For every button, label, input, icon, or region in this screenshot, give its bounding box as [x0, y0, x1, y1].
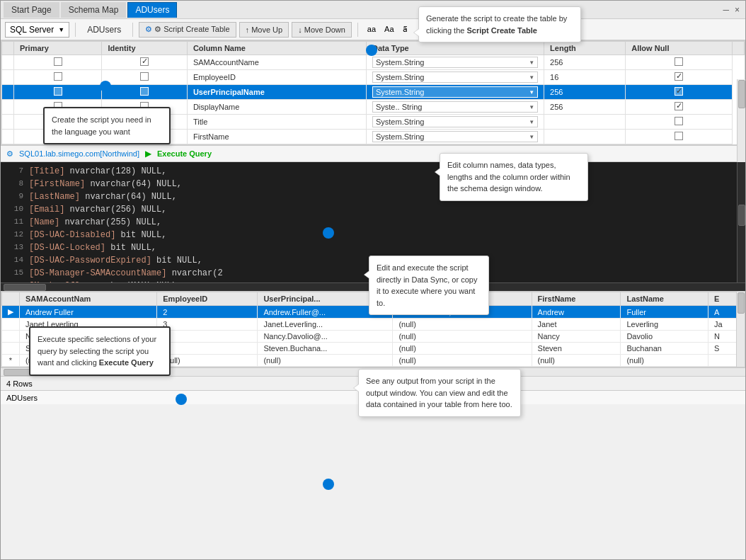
tab-adusers[interactable]: ADUsers	[127, 2, 177, 18]
script-create-table-button[interactable]: ⚙ ⚙ Script Create Table	[139, 22, 236, 38]
identity-checkbox[interactable]	[140, 87, 149, 96]
result-title-cell[interactable]: (null)	[393, 343, 532, 355]
results-scroll-thumb[interactable]	[738, 292, 745, 314]
result-upn-cell[interactable]: (null)	[258, 355, 393, 367]
result-lname-cell[interactable]: Davolio	[621, 331, 708, 343]
result-fname-cell[interactable]: Andrew	[532, 306, 621, 319]
row-marker	[2, 55, 14, 70]
primary-checkbox[interactable]	[54, 57, 62, 66]
column-name-cell[interactable]: UserPrincipalName	[187, 85, 366, 100]
allownull-checkbox[interactable]	[675, 102, 683, 110]
font-med-button[interactable]: Aa	[381, 23, 397, 35]
allownull-checkbox[interactable]	[675, 87, 683, 96]
close-icon[interactable]: ×	[735, 5, 740, 15]
allownull-cell[interactable]	[626, 55, 733, 70]
identity-cell[interactable]	[102, 55, 187, 70]
result-title-cell[interactable]: (null)	[393, 355, 532, 367]
result-sam-cell[interactable]: Andrew Fuller	[20, 306, 157, 319]
row-marker-cell	[2, 343, 20, 355]
datatype-cell[interactable]: System.String▼	[366, 130, 544, 144]
result-fname-cell[interactable]: Steven	[532, 343, 621, 355]
allownull-checkbox[interactable]	[675, 72, 683, 81]
column-name-cell[interactable]: FirstName	[187, 130, 366, 144]
result-title-cell[interactable]: (null)	[393, 331, 532, 343]
result-emp-cell[interactable]: 3	[157, 319, 258, 331]
pin-icon[interactable]: ─	[723, 5, 729, 15]
result-emp-cell[interactable]: (null)	[157, 355, 258, 367]
query-scroll-thumb[interactable]	[738, 205, 745, 226]
identity-checkbox[interactable]	[140, 72, 149, 81]
query-line: 8 [FirstName] nvarchar(64) NULL,	[4, 178, 742, 190]
allownull-checkbox[interactable]	[675, 132, 683, 140]
col-header-allownull: Allow Null	[626, 42, 733, 55]
result-lname-cell[interactable]: Fuller	[621, 306, 708, 319]
datatype-cell[interactable]: System.String▼	[366, 85, 544, 100]
column-name-cell[interactable]: SAMAccountName	[187, 55, 366, 70]
primary-cell[interactable]	[14, 70, 102, 85]
script-icon: ⚙	[145, 25, 152, 34]
execute-query-button[interactable]: Execute Query	[157, 149, 212, 158]
allownull-cell[interactable]	[626, 85, 733, 100]
datatype-cell[interactable]: System.String▼	[366, 55, 544, 70]
primary-cell[interactable]	[14, 55, 102, 70]
identity-cell[interactable]	[102, 70, 187, 85]
blue-dot-execute	[176, 394, 187, 405]
result-fname-cell[interactable]: (null)	[532, 355, 621, 367]
sql-server-dropdown[interactable]: SQL Server ▼	[5, 22, 69, 38]
blue-dot-query	[323, 227, 334, 239]
move-up-button[interactable]: ↑ Move Up	[239, 22, 289, 38]
identity-cell[interactable]	[102, 85, 187, 100]
primary-checkbox[interactable]	[54, 72, 62, 81]
blue-dot-results	[323, 479, 334, 490]
result-title-cell[interactable]: (null)	[393, 319, 532, 331]
datatype-cell[interactable]: Syste.. String▼	[366, 100, 544, 115]
result-lname-cell[interactable]: Leverling	[621, 319, 708, 331]
length-cell[interactable]: 256	[544, 100, 626, 115]
allownull-cell[interactable]	[626, 115, 733, 130]
result-emp-cell[interactable]: 1	[157, 331, 258, 343]
table-row[interactable]: EmployeeID System.String▼ 16	[2, 70, 745, 85]
query-scroll-h-thumb[interactable]	[4, 284, 46, 291]
allownull-cell[interactable]	[626, 100, 733, 115]
font-small-button[interactable]: aa	[364, 23, 379, 35]
tab-schema-map[interactable]: Schema Map	[61, 2, 127, 18]
result-fname-cell[interactable]: Nancy	[532, 331, 621, 343]
datatype-cell[interactable]: System.String▼	[366, 70, 544, 85]
result-lname-cell[interactable]: (null)	[621, 355, 708, 367]
tooltip-arrow-inner	[365, 271, 369, 278]
allownull-cell[interactable]	[626, 130, 733, 144]
results-scrollbar-v[interactable]	[736, 292, 745, 367]
move-down-button[interactable]: ↓ Move Down	[292, 22, 352, 38]
result-lname-cell[interactable]: Buchanan	[621, 343, 708, 355]
primary-checkbox[interactable]	[54, 87, 62, 96]
allownull-cell[interactable]	[626, 70, 733, 85]
length-cell[interactable]: 256	[544, 85, 626, 100]
length-cell[interactable]: 16	[544, 70, 626, 85]
font-large-button[interactable]: ā̈	[399, 23, 411, 35]
column-name-cell[interactable]: EmployeeID	[187, 70, 366, 85]
allownull-checkbox[interactable]	[675, 57, 683, 66]
result-emp-cell[interactable]: 5	[157, 343, 258, 355]
query-scrollbar-v[interactable]	[737, 162, 745, 282]
schema-scroll-thumb[interactable]	[738, 80, 745, 108]
table-row[interactable]: SAMAccountName System.String▼ 256	[2, 55, 745, 70]
result-upn-cell[interactable]: Nancy.Davolio@...	[258, 331, 393, 343]
length-cell[interactable]	[544, 130, 626, 144]
column-name-cell[interactable]: Title	[187, 115, 366, 130]
primary-cell[interactable]	[14, 85, 102, 100]
result-fname-cell[interactable]: Janet	[532, 319, 621, 331]
allownull-checkbox[interactable]	[675, 117, 683, 125]
col-header-datatype: Data Type	[366, 42, 544, 55]
row-marker	[2, 100, 14, 115]
datatype-cell[interactable]: System.String▼	[366, 115, 544, 130]
length-cell[interactable]: 256	[544, 55, 626, 70]
result-upn-cell[interactable]: Janet.Leverling...	[258, 319, 393, 331]
identity-checkbox[interactable]	[140, 57, 149, 66]
table-row[interactable]: UserPrincipalName System.String▼ 256	[2, 85, 745, 100]
length-cell[interactable]	[544, 115, 626, 130]
tab-start-page[interactable]: Start Page	[4, 2, 59, 18]
result-upn-cell[interactable]: Steven.Buchana...	[258, 343, 393, 355]
col-header-identity: Identity	[102, 42, 187, 55]
column-name-cell[interactable]: DisplayName	[187, 100, 366, 115]
result-emp-cell[interactable]: 2	[157, 306, 258, 319]
